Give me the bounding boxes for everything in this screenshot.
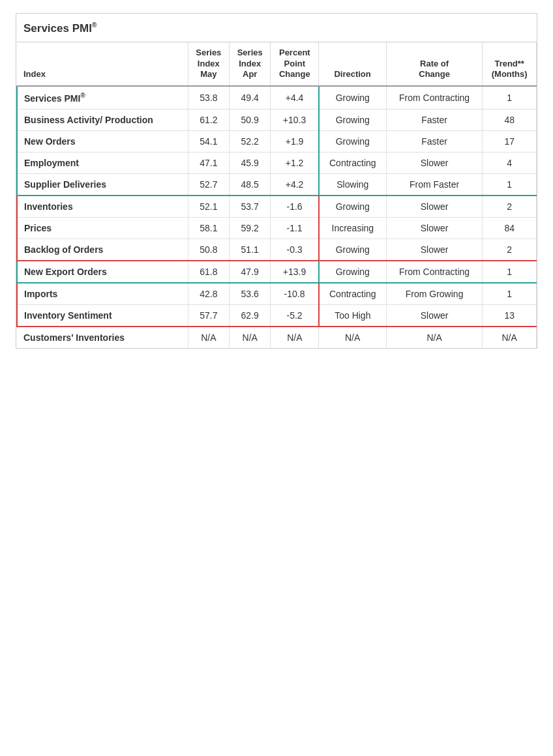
cell-trend: 84 <box>483 217 537 239</box>
cell-change: +10.3 <box>271 109 319 130</box>
cell-rate: Slower <box>386 239 482 261</box>
cell-direction: Contracting <box>319 283 387 305</box>
cell-change: +4.2 <box>271 173 319 196</box>
pmi-table: Services PMI® Index SeriesIndexMay Serie… <box>16 13 537 349</box>
cell-may: 54.1 <box>188 130 229 152</box>
cell-index: New Orders <box>17 130 188 152</box>
table-row: Services PMI®53.849.4+4.4GrowingFrom Con… <box>17 86 537 109</box>
cell-rate: From Contracting <box>386 261 482 283</box>
cell-trend: 2 <box>483 239 537 261</box>
cell-direction: Growing <box>319 86 387 109</box>
col-index: Index <box>17 42 188 86</box>
table-row: Prices58.159.2-1.1IncreasingSlower84 <box>17 217 537 239</box>
cell-rate: From Growing <box>386 283 482 305</box>
cell-rate: Faster <box>386 130 482 152</box>
cell-rate: Slower <box>386 304 482 327</box>
cell-may: 58.1 <box>188 217 229 239</box>
cell-trend: 1 <box>483 283 537 305</box>
cell-index: Prices <box>17 217 188 239</box>
table-row: Supplier Deliveries52.748.5+4.2SlowingFr… <box>17 173 537 196</box>
cell-trend: 4 <box>483 152 537 173</box>
cell-apr: 59.2 <box>230 217 271 239</box>
cell-direction: Contracting <box>319 152 387 173</box>
col-series-apr: SeriesIndexApr <box>230 42 271 86</box>
cell-may: 47.1 <box>188 152 229 173</box>
cell-trend: 2 <box>483 196 537 218</box>
table-row: Backlog of Orders50.851.1-0.3GrowingSlow… <box>17 239 537 261</box>
cell-rate: Slower <box>386 217 482 239</box>
cell-apr: N/A <box>230 327 271 348</box>
cell-change: N/A <box>271 327 319 348</box>
cell-trend: 13 <box>483 304 537 327</box>
cell-index: Business Activity/ Production <box>17 109 188 130</box>
cell-apr: 48.5 <box>230 173 271 196</box>
table-row: New Orders54.152.2+1.9GrowingFaster17 <box>17 130 537 152</box>
cell-direction: Growing <box>319 261 387 283</box>
cell-trend: 1 <box>483 261 537 283</box>
cell-change: +1.2 <box>271 152 319 173</box>
cell-apr: 53.6 <box>230 283 271 305</box>
cell-index: Imports <box>17 283 188 305</box>
cell-change: +4.4 <box>271 86 319 109</box>
cell-index: Services PMI® <box>17 86 188 109</box>
cell-may: 57.7 <box>188 304 229 327</box>
cell-direction: N/A <box>319 327 387 348</box>
cell-direction: Increasing <box>319 217 387 239</box>
cell-may: 61.8 <box>188 261 229 283</box>
cell-rate: From Faster <box>386 173 482 196</box>
cell-apr: 47.9 <box>230 261 271 283</box>
cell-may: 61.2 <box>188 109 229 130</box>
cell-index: Customers' Inventories <box>17 327 188 348</box>
col-rate-of-change: Rate ofChange <box>386 42 482 86</box>
cell-rate: Slower <box>386 152 482 173</box>
cell-direction: Growing <box>319 109 387 130</box>
cell-rate: Faster <box>386 109 482 130</box>
cell-may: 53.8 <box>188 86 229 109</box>
cell-index: Employment <box>17 152 188 173</box>
header-row: Index SeriesIndexMay SeriesIndexApr Perc… <box>17 42 537 86</box>
cell-change: +1.9 <box>271 130 319 152</box>
cell-apr: 53.7 <box>230 196 271 218</box>
cell-rate: N/A <box>386 327 482 348</box>
cell-rate: From Contracting <box>386 86 482 109</box>
cell-index: New Export Orders <box>17 261 188 283</box>
cell-change: +13.9 <box>271 261 319 283</box>
cell-index: Backlog of Orders <box>17 239 188 261</box>
cell-direction: Growing <box>319 196 387 218</box>
col-pct-change: PercentPointChange <box>271 42 319 86</box>
cell-trend: 17 <box>483 130 537 152</box>
table-row: Employment47.145.9+1.2ContractingSlower4 <box>17 152 537 173</box>
cell-apr: 50.9 <box>230 109 271 130</box>
table-row: Inventories52.153.7-1.6GrowingSlower2 <box>17 196 537 218</box>
table-row: Inventory Sentiment57.762.9-5.2Too HighS… <box>17 304 537 327</box>
cell-change: -10.8 <box>271 283 319 305</box>
cell-may: 50.8 <box>188 239 229 261</box>
cell-change: -1.1 <box>271 217 319 239</box>
table-row: Business Activity/ Production61.250.9+10… <box>17 109 537 130</box>
cell-change: -1.6 <box>271 196 319 218</box>
table-row: Customers' InventoriesN/AN/AN/AN/AN/AN/A <box>17 327 537 348</box>
cell-apr: 49.4 <box>230 86 271 109</box>
cell-trend: 1 <box>483 86 537 109</box>
table-row: New Export Orders61.847.9+13.9GrowingFro… <box>17 261 537 283</box>
cell-index: Supplier Deliveries <box>17 173 188 196</box>
col-direction: Direction <box>319 42 387 86</box>
cell-direction: Growing <box>319 239 387 261</box>
cell-trend: 48 <box>483 109 537 130</box>
title-row: Services PMI® <box>17 14 537 42</box>
cell-apr: 62.9 <box>230 304 271 327</box>
cell-index: Inventories <box>17 196 188 218</box>
cell-index: Inventory Sentiment <box>17 304 188 327</box>
table-title: Services PMI® <box>17 14 537 42</box>
cell-change: -5.2 <box>271 304 319 327</box>
cell-may: N/A <box>188 327 229 348</box>
cell-apr: 45.9 <box>230 152 271 173</box>
table-row: Imports42.853.6-10.8ContractingFrom Grow… <box>17 283 537 305</box>
cell-may: 42.8 <box>188 283 229 305</box>
cell-direction: Slowing <box>319 173 387 196</box>
cell-may: 52.1 <box>188 196 229 218</box>
col-series-may: SeriesIndexMay <box>188 42 229 86</box>
cell-trend: 1 <box>483 173 537 196</box>
col-trend: Trend**(Months) <box>483 42 537 86</box>
cell-direction: Too High <box>319 304 387 327</box>
